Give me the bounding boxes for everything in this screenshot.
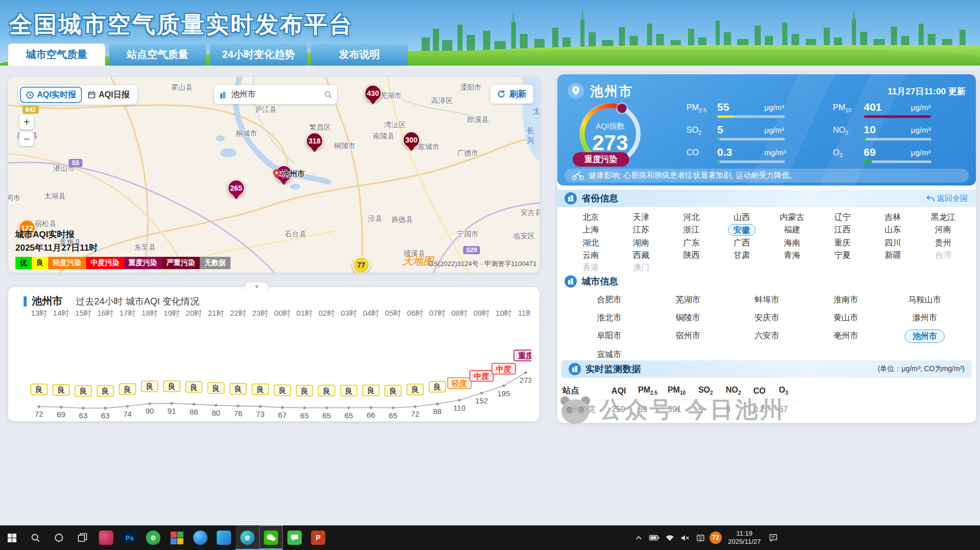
province-河南[interactable]: 河南 [930, 224, 956, 236]
tray-expand-icon[interactable] [631, 525, 647, 550]
city-淮北市[interactable]: 淮北市 [590, 312, 629, 324]
aqi-marker-265[interactable]: 265 [227, 179, 245, 197]
app-icon-green-e[interactable]: e [141, 525, 165, 550]
map-search-box[interactable]: 池州市 [214, 85, 337, 104]
city-池州市[interactable]: 池州市 [905, 330, 945, 343]
city-六安市[interactable]: 六安市 [747, 330, 786, 343]
city-滁州市[interactable]: 滁州市 [905, 312, 944, 324]
province-江苏[interactable]: 江苏 [628, 224, 654, 236]
wechat-icon[interactable] [259, 525, 283, 550]
selected-city-pin: 池州市 [273, 169, 305, 179]
city-铜陵市[interactable]: 铜陵市 [669, 312, 707, 324]
search-icon[interactable] [324, 91, 332, 98]
health-impact-bar: 健康影响: 心脏病和肺病患者症状显著加剧, 运动耐受力降低, [565, 169, 969, 182]
taskbar-clock[interactable]: 11:19 2025/11/27 [723, 529, 765, 546]
province-天津[interactable]: 天津 [628, 212, 654, 222]
city-马鞍山市[interactable]: 马鞍山市 [901, 294, 948, 306]
volume-muted-icon[interactable] [677, 525, 693, 550]
city-亳州市[interactable]: 亳州市 [826, 330, 865, 343]
task-view-icon[interactable] [71, 525, 94, 550]
province-内蒙古[interactable]: 内蒙古 [775, 212, 809, 222]
start-button[interactable] [0, 525, 24, 550]
map-label-石台县: 石台县 [285, 230, 306, 239]
province-甘肃[interactable]: 甘肃 [728, 250, 755, 260]
province-西藏[interactable]: 西藏 [628, 250, 654, 260]
city-黄山市[interactable]: 黄山市 [826, 312, 865, 324]
province-宁夏[interactable]: 宁夏 [829, 250, 856, 260]
city-阜阳市[interactable]: 阜阳市 [590, 330, 629, 343]
aqi-marker-318[interactable]: 318 [306, 132, 323, 150]
aqi-realtime-button[interactable]: AQI实时报 [20, 87, 82, 103]
province-浙江[interactable]: 浙江 [678, 224, 705, 236]
tab-城市空气质量[interactable]: 城市空气质量 [8, 44, 105, 66]
table-row[interactable]: 池州学院25959391590.267 [562, 400, 803, 419]
map-label-芜湖市: 芜湖市 [380, 91, 402, 100]
tab-站点空气质量[interactable]: 站点空气质量 [109, 44, 206, 66]
province-北京[interactable]: 北京 [577, 212, 604, 222]
map-refresh-button[interactable]: 刷新 [490, 85, 533, 104]
aqi-daily-button[interactable]: AQI日报 [82, 87, 135, 103]
aqi-marker-430[interactable]: 430 [364, 85, 382, 102]
city-蚌埠市[interactable]: 蚌埠市 [747, 294, 786, 306]
notification-center-icon[interactable] [765, 525, 781, 550]
app-icon-red[interactable] [94, 525, 118, 550]
aqi-marker-300[interactable]: 300 [403, 131, 420, 149]
province-福建[interactable]: 福建 [779, 224, 805, 236]
taskbar-search-icon[interactable] [24, 525, 47, 550]
battery-icon[interactable] [647, 525, 662, 550]
province-江西[interactable]: 江西 [829, 224, 856, 236]
city-宣城市[interactable]: 宣城市 [590, 349, 629, 361]
tab-发布说明[interactable]: 发布说明 [311, 44, 408, 66]
province-云南[interactable]: 云南 [577, 250, 604, 260]
cortana-icon[interactable] [47, 525, 71, 550]
cell: 259 [612, 405, 638, 414]
messages-app-icon[interactable] [283, 525, 306, 550]
app-icon-colorful[interactable] [165, 525, 189, 550]
city-芜湖市[interactable]: 芜湖市 [669, 294, 707, 306]
wifi-icon[interactable] [662, 525, 677, 550]
province-湖北[interactable]: 湖北 [577, 237, 604, 248]
city-宿州市[interactable]: 宿州市 [669, 330, 707, 343]
city-合肥市[interactable]: 合肥市 [590, 294, 629, 306]
photoshop-icon[interactable]: Ps [118, 525, 141, 550]
province-河北[interactable]: 河北 [678, 212, 705, 222]
province-山西[interactable]: 山西 [728, 212, 755, 222]
province-四川[interactable]: 四川 [880, 237, 906, 248]
powerpoint-icon[interactable]: P [306, 525, 330, 550]
province-辽宁[interactable]: 辽宁 [829, 212, 856, 222]
col-SO2: SO2 [698, 385, 726, 396]
tab-24小时变化趋势[interactable]: 24小时变化趋势 [210, 44, 307, 66]
province-山东[interactable]: 山东 [880, 224, 906, 236]
city-安庆市[interactable]: 安庆市 [747, 312, 786, 324]
province-黑龙江[interactable]: 黑龙江 [926, 212, 961, 222]
province-广西[interactable]: 广西 [728, 237, 755, 248]
province-上海[interactable]: 上海 [577, 224, 604, 236]
city-淮南市[interactable]: 淮南市 [826, 294, 865, 306]
cell: 59 [638, 405, 668, 414]
app-icon-blue-circle[interactable] [189, 525, 212, 550]
aqi-marker-77[interactable]: 77 [352, 256, 370, 273]
province-安徽[interactable]: 安徽 [728, 224, 756, 236]
province-青海[interactable]: 青海 [779, 250, 805, 260]
monitor-data-table: 站点AQIPM2.5PM10SO2NO2COO3池州学院25959391590.… [562, 382, 803, 419]
hour-tick: 16时 [97, 309, 114, 317]
province-湖南[interactable]: 湖南 [628, 237, 654, 248]
province-海南[interactable]: 海南 [779, 237, 805, 248]
taskbar: Ps e e P [0, 525, 980, 550]
value-label: 69 [57, 410, 66, 419]
edge-browser-icon[interactable]: e [236, 525, 259, 550]
chart-collapse-button[interactable]: ▼ [245, 282, 268, 291]
province-广东[interactable]: 广东 [678, 237, 705, 248]
province-新疆[interactable]: 新疆 [880, 250, 906, 260]
province-重庆[interactable]: 重庆 [829, 237, 856, 248]
province-吉林[interactable]: 吉林 [880, 212, 906, 222]
province-陕西[interactable]: 陕西 [678, 250, 705, 260]
province-贵州[interactable]: 贵州 [930, 237, 956, 248]
back-to-national-link[interactable]: 返回全国 [927, 194, 968, 203]
input-method-icon[interactable] [693, 525, 708, 550]
map-zoom-in-button[interactable]: + [19, 115, 34, 129]
hour-tick: 04时 [363, 309, 379, 317]
app-icon-teal[interactable] [212, 525, 236, 550]
tray-aqi-badge[interactable]: 72 [708, 525, 723, 550]
map-zoom-out-button[interactable]: − [19, 132, 34, 146]
